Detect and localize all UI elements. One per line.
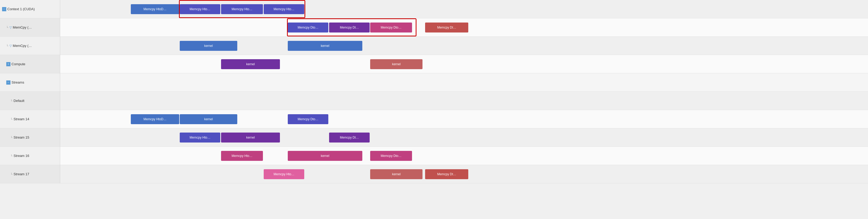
timeline-container: − Context 1 (CUDA) └ ▽ MemCpy (… └ ▽ Mem… — [0, 0, 868, 183]
corner-icon-7: └ — [10, 173, 12, 176]
timeline-row-default — [60, 92, 868, 110]
context1-label: Context 1 (CUDA) — [7, 7, 35, 11]
sidebar-row-default[interactable]: └ Default — [0, 92, 60, 110]
compute-label: Compute — [11, 62, 25, 66]
bar-memcpy-dto-1: Memcpy Dto… — [288, 23, 328, 32]
bar-stream14-kernel: kernel — [180, 114, 237, 124]
bar-memcpy-hto-3: Memcpy Hto… — [221, 4, 263, 14]
content-area: Memcpy HtoD… Memcpy Hto… Memcpy Hto… Mem… — [60, 0, 868, 183]
stream14-label: Stream 14 — [13, 117, 29, 121]
bar-stream17-kernel: kernel — [370, 169, 423, 179]
bar-stream15-kernel: kernel — [221, 133, 280, 142]
sidebar: − Context 1 (CUDA) └ ▽ MemCpy (… └ ▽ Mem… — [0, 0, 60, 183]
default-label: Default — [13, 99, 24, 103]
bar-memcpy-hto-4: Memcpy Hto… — [264, 4, 304, 14]
corner-icon-4: └ — [10, 118, 12, 121]
bar-stream16-memcpy-hto: Memcpy Hto… — [221, 151, 263, 161]
corner-icon-2: └ — [6, 44, 8, 48]
timeline-row-stream14: Memcpy HtoD… kernel Memcpy Dto… — [60, 110, 868, 128]
corner-icon-1: └ — [6, 26, 8, 29]
memcpy1-label: MemCpy (… — [13, 25, 32, 29]
memcpy2-label: MemCpy (… — [13, 44, 32, 48]
bar-memcpy-dt-4: Memcpy Dt… — [425, 23, 468, 32]
timeline-row-compute1: kernel kernel — [60, 37, 868, 55]
timeline-row-memcpy2: Memcpy Dto… Memcpy Dt… Memcpy Dto… Memcp… — [60, 18, 868, 37]
bar-stream16-kernel: kernel — [288, 151, 362, 161]
bar-stream14-memcpy-htod: Memcpy HtoD… — [131, 114, 179, 124]
expand-minus-icon[interactable]: − — [2, 7, 6, 11]
stream17-label: Stream 17 — [13, 172, 29, 176]
stream15-label: Stream 15 — [13, 135, 29, 139]
sidebar-row-compute[interactable]: + Compute — [0, 55, 60, 73]
bar-stream16-memcpy-dto: Memcpy Dto… — [370, 151, 412, 161]
corner-icon-6: └ — [10, 154, 12, 158]
timeline-row-memcpy1: Memcpy HtoD… Memcpy Hto… Memcpy Hto… Mem… — [60, 0, 868, 18]
bar-memcpy-dt-2: Memcpy Dt… — [329, 23, 370, 32]
timeline-row-compute2: kernel kernel — [60, 55, 868, 73]
bar-stream15-memcpy-hto: Memcpy Hto… — [180, 133, 220, 142]
timeline-row-streams — [60, 73, 868, 92]
sidebar-row-stream14[interactable]: └ Stream 14 — [0, 110, 60, 128]
sidebar-row-stream15[interactable]: └ Stream 15 — [0, 128, 60, 147]
expand-minus-icon-2[interactable]: − — [6, 80, 10, 85]
bar-kernel-4: kernel — [370, 59, 423, 69]
corner-icon-3: └ — [10, 99, 12, 103]
stream16-label: Stream 16 — [13, 154, 29, 158]
bar-stream17-memcpy-dt: Memcpy Dt… — [425, 169, 468, 179]
sidebar-row-stream16[interactable]: └ Stream 16 — [0, 147, 60, 165]
sidebar-row-context1[interactable]: − Context 1 (CUDA) — [0, 0, 60, 18]
bar-kernel-2: kernel — [288, 41, 362, 51]
sidebar-row-memcpy2[interactable]: └ ▽ MemCpy (… — [0, 37, 60, 55]
timeline-row-stream17: Memcpy Hto… kernel Memcpy Dt… — [60, 165, 868, 183]
bar-kernel-3: kernel — [221, 59, 280, 69]
filter-icon-1: ▽ — [9, 26, 12, 29]
timeline-row-stream16: Memcpy Hto… kernel Memcpy Dto… — [60, 147, 868, 165]
streams-label: Streams — [11, 80, 24, 84]
bar-stream14-memcpy-dto: Memcpy Dto… — [288, 114, 328, 124]
expand-plus-icon[interactable]: + — [6, 62, 10, 66]
bar-memcpy-dto-3: Memcpy Dto… — [370, 23, 412, 32]
bar-stream17-memcpy-hto: Memcpy Hto… — [264, 169, 304, 179]
sidebar-row-stream17[interactable]: └ Stream 17 — [0, 165, 60, 183]
filter-icon-2: ▽ — [9, 44, 12, 48]
corner-icon-5: └ — [10, 136, 12, 139]
sidebar-row-memcpy1[interactable]: └ ▽ MemCpy (… — [0, 18, 60, 37]
bar-memcpy-htod-1: Memcpy HtoD… — [131, 4, 179, 14]
sidebar-row-streams[interactable]: − Streams — [0, 73, 60, 92]
bar-stream15-memcpy-dt: Memcpy Dt… — [329, 133, 370, 142]
timeline-row-stream15: Memcpy Hto… kernel Memcpy Dt… — [60, 128, 868, 147]
bar-memcpy-hto-2: Memcpy Hto… — [180, 4, 220, 14]
bar-kernel-1: kernel — [180, 41, 237, 51]
